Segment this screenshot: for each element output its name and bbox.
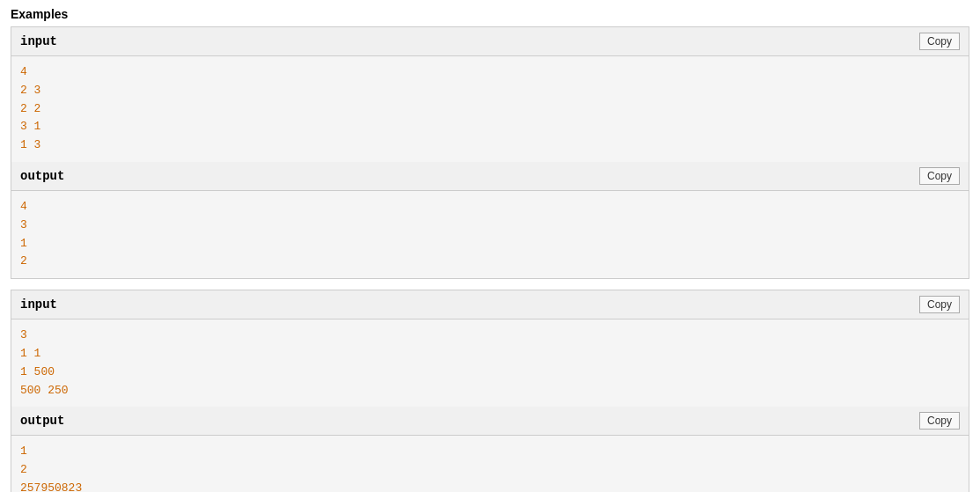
input-line-2-2: 1 1 bbox=[20, 345, 960, 363]
input-line-1-2: 2 3 bbox=[20, 82, 960, 100]
input-header-2: input Copy bbox=[11, 290, 969, 319]
examples-title: Examples bbox=[11, 7, 969, 21]
output-line-2-1: 1 bbox=[20, 443, 960, 461]
input-line-1-3: 2 2 bbox=[20, 100, 960, 119]
input-line-2-3: 1 500 bbox=[20, 363, 960, 382]
output-header-2: output Copy bbox=[11, 407, 969, 436]
output-line-1-2: 3 bbox=[20, 217, 960, 235]
example-block-1: input Copy 4 2 3 2 2 3 1 1 3 output Copy… bbox=[11, 26, 969, 279]
output-copy-button-1[interactable]: Copy bbox=[919, 167, 960, 185]
output-line-1-4: 2 bbox=[20, 253, 960, 271]
input-label-2: input bbox=[20, 297, 57, 312]
output-label-1: output bbox=[20, 169, 64, 183]
output-line-2-2: 2 bbox=[20, 461, 960, 480]
input-line-1-4: 3 1 bbox=[20, 118, 960, 136]
input-content-2: 3 1 1 1 500 500 250 bbox=[11, 319, 969, 407]
output-content-2: 1 2 257950823 bbox=[11, 436, 969, 492]
output-line-2-3: 257950823 bbox=[20, 480, 960, 492]
output-label-2: output bbox=[20, 414, 64, 428]
input-header-1: input Copy bbox=[11, 27, 969, 56]
input-content-1: 4 2 3 2 2 3 1 1 3 bbox=[11, 56, 969, 162]
input-line-1-1: 4 bbox=[20, 63, 960, 82]
example-block-2: input Copy 3 1 1 1 500 500 250 output Co… bbox=[11, 290, 969, 492]
output-header-1: output Copy bbox=[11, 162, 969, 191]
output-line-1-1: 4 bbox=[20, 198, 960, 217]
output-content-1: 4 3 1 2 bbox=[11, 191, 969, 278]
input-copy-button-1[interactable]: Copy bbox=[919, 33, 960, 50]
input-line-2-1: 3 bbox=[20, 327, 960, 345]
input-label-1: input bbox=[20, 34, 57, 48]
output-line-1-3: 1 bbox=[20, 235, 960, 253]
input-line-1-5: 1 3 bbox=[20, 136, 960, 155]
examples-section: Examples input Copy 4 2 3 2 2 3 1 1 3 ou… bbox=[11, 7, 969, 492]
output-copy-button-2[interactable]: Copy bbox=[919, 412, 960, 430]
input-copy-button-2[interactable]: Copy bbox=[919, 296, 960, 313]
input-line-2-4: 500 250 bbox=[20, 382, 960, 400]
